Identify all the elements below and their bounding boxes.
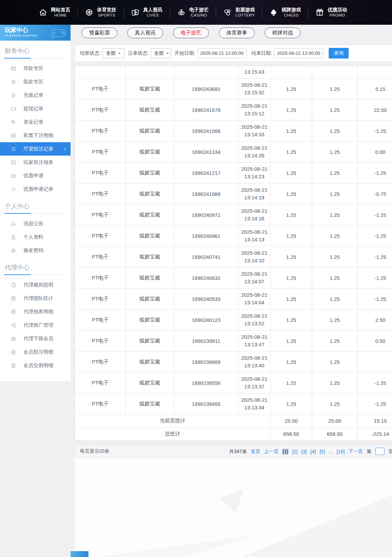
bell-icon xyxy=(11,221,16,227)
cell-order-number: 1890239669 xyxy=(174,351,239,372)
sidebar-item-彩票下注明细[interactable]: 彩票下注明细 xyxy=(0,129,71,142)
pagination-bar: 每页显示20条 共347条首页上一页[1][2][3][4][5]...[18]… xyxy=(75,445,392,458)
order-status-label: 注单状态: xyxy=(128,50,149,56)
tab-雙赢彩票[interactable]: 雙赢彩票 xyxy=(82,28,117,38)
sidebar-item-修改密码[interactable]: 修改密码 xyxy=(0,244,71,257)
nav-item-casino[interactable]: 电子游艺CASINO xyxy=(170,7,216,18)
cell-win-loss: -1.25 xyxy=(358,246,392,267)
nav-item-sports[interactable]: 体育竞技SPORTS xyxy=(78,7,124,18)
settle-status-label: 结算状态: xyxy=(80,50,100,56)
cell-bet-amount: 1.25 xyxy=(271,267,312,288)
sidebar-item-label: 个人资料 xyxy=(23,234,43,240)
gamepad-icon xyxy=(49,27,68,39)
sidebar-item-会员交易明细[interactable]: 会员交易明细 xyxy=(0,359,71,372)
table-row-total-summary: 总统计658.50658.50-225.14 xyxy=(75,428,392,441)
nav-item-promo[interactable]: 优惠活动PROMO xyxy=(308,7,354,18)
jump-page-input[interactable] xyxy=(375,448,384,455)
summary-valid: 658.50 xyxy=(312,428,358,441)
cell-valid-amount: 1.25 xyxy=(312,246,358,267)
sidebar-item-厅室投注记录[interactable]: 厅室投注记录› xyxy=(0,142,71,156)
sidebar-item-优惠申请[interactable]: 优惠申请 xyxy=(0,169,71,182)
sidebar-section-title: 财务中心 xyxy=(4,47,66,59)
lotteryballs-icon xyxy=(223,8,232,17)
sidebar-item-代理团队统计[interactable]: 代理团队统计 xyxy=(0,292,71,305)
sidebar-item-代理报表明细[interactable]: 代理报表明细 xyxy=(0,305,71,318)
cell-win-loss: 0.50 xyxy=(358,330,392,351)
tab-电子游艺[interactable]: 电子游艺 xyxy=(173,28,209,38)
sidebar-item-label: 玩家投注报表 xyxy=(23,159,53,166)
cell-win-loss: -1.25 xyxy=(358,288,392,309)
cell-datetime: 2025-08-2113:13:40 xyxy=(239,351,271,372)
page-link-2[interactable]: [2] xyxy=(292,449,298,454)
card-icon xyxy=(11,66,16,71)
sidebar-item-代理规则说明[interactable]: 代理规则说明 xyxy=(0,278,71,292)
game-category-tabs: 雙赢彩票真人视讯电子游艺体育赛事棋牌对战 xyxy=(82,28,392,38)
cell-bet-amount: 1.25 xyxy=(271,141,312,162)
sidebar-header: 玩家中心 PLAYERS CENTER xyxy=(0,25,71,41)
cell-hall: PT电子 xyxy=(75,99,126,120)
sidebar-item-优惠申请记录[interactable]: 优惠申请记录 xyxy=(0,182,71,196)
summary-bet: 658.50 xyxy=(271,428,312,441)
cell-win-loss: -1.25 xyxy=(358,162,392,183)
settle-status-value: 全部 xyxy=(106,50,116,56)
page-link-last[interactable]: [18] xyxy=(337,449,345,454)
cell-bet-amount: 1.25 xyxy=(271,246,312,267)
sidebar-item-个人资料[interactable]: 个人资料 xyxy=(0,230,71,244)
sidebar-item-取款专区[interactable]: 取款专区 xyxy=(0,75,71,88)
tab-体育赛事[interactable]: 体育赛事 xyxy=(219,28,255,38)
cell-hall: PT电子 xyxy=(75,372,126,393)
cell-datetime: 2025-08-2113:13:37 xyxy=(239,372,271,393)
page-link-5[interactable]: [5] xyxy=(320,449,325,454)
cell-hall: PT电子 xyxy=(75,204,126,225)
sidebar-item-充值记录[interactable]: 充值记录 xyxy=(0,88,71,102)
table-row: PT电子狐媚宝藏18902407412025-08-2113:14:101.25… xyxy=(75,246,392,267)
tab-真人视讯[interactable]: 真人视讯 xyxy=(127,28,163,38)
page-body: 玩家中心 PLAYERS CENTER 财务中心存款专区取款专区充值记录提现记录… xyxy=(0,25,392,557)
sidebar-item-label: 优惠申请记录 xyxy=(23,186,53,192)
sidebar-item-代理推广管理[interactable]: 代理推广管理 xyxy=(0,318,71,332)
nav-item-lives[interactable]: 真人视讯LIVES xyxy=(124,7,170,18)
order-status-select[interactable]: 全部 ▾ xyxy=(151,48,171,58)
page-link-3[interactable]: [3] xyxy=(301,449,307,454)
cell-valid-amount: 1.25 xyxy=(312,267,358,288)
cell-datetime: 2025-08-2113:13:52 xyxy=(239,309,271,330)
sidebar-item-消息公告[interactable]: 消息公告 xyxy=(0,217,71,230)
summary-label: 总统计 xyxy=(75,428,271,441)
sidebar-item-label: 代理规则说明 xyxy=(23,282,53,288)
sidebar-item-玩家投注报表[interactable]: 玩家投注报表 xyxy=(0,156,71,169)
page-link-1[interactable]: [1] xyxy=(282,449,288,454)
sidebar-item-代理下级会员[interactable]: 代理下级会员 xyxy=(0,332,71,345)
sidebar-item-提现记录[interactable]: 提现记录 xyxy=(0,102,71,115)
sidebar-item-label: 优惠申请 xyxy=(23,172,43,179)
nav-item-chess[interactable]: 棋牌游戏CHESS xyxy=(262,7,308,18)
tab-棋牌对战[interactable]: 棋牌对战 xyxy=(265,28,300,38)
chevron-right-icon: › xyxy=(64,146,66,151)
first-page-link[interactable]: 首页 xyxy=(251,448,260,454)
settle-status-select[interactable]: 全部 ▾ xyxy=(103,48,125,58)
sidebar-item-资金记录[interactable]: 资金记录 xyxy=(0,115,71,129)
search-button[interactable]: 查询 xyxy=(329,48,349,59)
cell-order-number: 1890241088 xyxy=(174,183,239,204)
cell-win-loss: 0.00 xyxy=(358,141,392,162)
order-status-value: 全部 xyxy=(154,50,164,56)
sidebar-item-存款专区[interactable]: 存款专区 xyxy=(0,62,71,75)
nav-item-lottery[interactable]: 彩票游戏LOTTERY xyxy=(216,7,262,18)
sidebar-item-会员投注明细[interactable]: 会员投注明细 xyxy=(0,345,71,359)
cell-game: 狐媚宝藏 xyxy=(126,372,174,393)
start-date-input[interactable]: 2025-08-21 12:00:00 xyxy=(197,48,246,58)
page-link-4[interactable]: [4] xyxy=(310,449,316,454)
prev-page-link[interactable]: 上一页 xyxy=(264,448,278,454)
cell-empty xyxy=(271,66,312,78)
nav-item-home[interactable]: 网站首页HOME xyxy=(32,7,77,18)
nav-label-en: PROMO xyxy=(329,13,345,18)
sidebar-item-label: 代理团队统计 xyxy=(23,295,53,302)
cell-win-loss: -1.25 xyxy=(358,204,392,225)
sidebar-sections: 财务中心存款专区取款专区充值记录提现记录资金记录彩票下注明细厅室投注记录›玩家投… xyxy=(0,47,71,372)
nav-item-labels: 彩票游戏LOTTERY xyxy=(235,7,255,18)
next-page-link[interactable]: 下一页 xyxy=(348,448,363,454)
nav-item-labels: 优惠活动PROMO xyxy=(328,7,347,18)
cell-win-loss: -1.25 xyxy=(358,225,392,246)
cell-datetime: 2025-08-2113:14:10 xyxy=(239,246,271,267)
wallet-icon xyxy=(11,106,16,112)
end-date-input[interactable]: 2025-08-22 12:00:00 xyxy=(274,48,323,58)
